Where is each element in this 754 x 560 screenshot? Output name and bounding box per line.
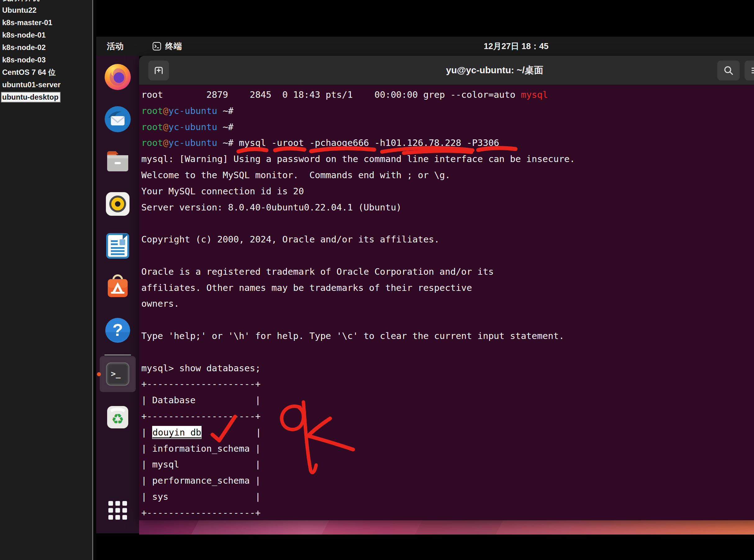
terminal-line: mysql> show databases; (141, 360, 754, 377)
firefox-icon (103, 62, 133, 92)
terminal-line: affiliates. Other names may be trademark… (141, 280, 754, 296)
terminal-line: | sys | (141, 489, 754, 505)
terminal-text: +--------------------+ (141, 411, 261, 422)
vm-list-item[interactable]: ubuntu-desktop (0, 91, 92, 103)
terminal-text: @ (163, 122, 168, 132)
clock[interactable]: 12月27日 18：45 (484, 37, 549, 56)
hamburger-menu-icon (750, 64, 754, 77)
vm-list-item[interactable]: ubuntu01-server (0, 79, 92, 91)
terminal-line: mysql: [Warning] Using a password on the… (141, 151, 754, 167)
selected-text: douyin_db (152, 426, 201, 439)
search-button[interactable] (717, 61, 740, 80)
files-icon (103, 146, 133, 176)
terminal-text: mysql: [Warning] Using a password on the… (141, 154, 575, 164)
terminal-icon: >_ (103, 359, 133, 389)
terminal-line: +--------------------+ (141, 408, 754, 425)
terminal-text: yc-ubuntu (168, 105, 217, 116)
running-indicator-dot (97, 372, 101, 376)
firefox-dock-button[interactable] (103, 62, 133, 92)
terminal-text: Server version: 8.0.40-0ubuntu0.22.04.1 … (141, 202, 401, 213)
terminal-text: root (141, 122, 163, 132)
terminal-text: yc-ubuntu (168, 138, 217, 148)
terminal-text: yc-ubuntu (168, 122, 217, 132)
terminal-line (141, 248, 754, 264)
panel-gap (93, 0, 96, 560)
terminal-line: +--------------------+ (141, 376, 754, 392)
vm-list-item[interactable]: 我的计算机 (0, 0, 92, 4)
terminal-text: ~# (217, 138, 233, 148)
terminal-line (141, 344, 754, 360)
terminal-text: | mysql | (141, 459, 261, 470)
search-icon (722, 64, 735, 77)
terminal-text: | (201, 427, 261, 438)
terminal-text: @ (163, 105, 168, 116)
terminal-dock-button[interactable]: >_ (103, 359, 133, 389)
terminal-text: mysql> show databases; (141, 363, 261, 374)
svg-text:♻: ♻ (111, 411, 124, 427)
desktop-wallpaper (139, 520, 754, 535)
terminal-text: ~# (217, 122, 233, 132)
terminal-line: Type 'help;' or '\h' for help. Type '\c'… (141, 328, 754, 344)
trash-icon: ♻ (103, 402, 133, 432)
terminal-header-bar[interactable]: yu@yc-ubuntu: ~/桌面 (139, 56, 754, 85)
terminal-line: | Database | (141, 392, 754, 408)
terminal-line: +--------------------+ (141, 505, 754, 520)
terminal-title: yu@yc-ubuntu: ~/桌面 (139, 56, 754, 84)
terminal-line: root@yc-ubuntu ~# (141, 103, 754, 119)
vm-list-item[interactable]: Ubuntu22 (0, 4, 92, 17)
terminal-line: | performance_schema | (141, 473, 754, 489)
files-dock-button[interactable] (103, 146, 133, 176)
activities-button[interactable]: 活动 (107, 37, 124, 56)
gnome-top-bar: 活动 终端 12月27日 18：45 (96, 37, 754, 56)
trash-dock-button[interactable]: ♻ (103, 402, 133, 432)
terminal-text: root 2879 2845 0 18:43 pts/1 00:00:00 gr… (141, 89, 521, 100)
terminal-text: | information_schema | (141, 443, 261, 454)
help-icon: ? (103, 315, 133, 345)
terminal-line (141, 216, 754, 232)
rhythmbox-dock-button[interactable] (103, 189, 133, 219)
vm-list-item[interactable]: k8s-node-01 (0, 29, 92, 41)
terminal-text: Welcome to the MySQL monitor. Commands e… (141, 170, 450, 180)
terminal-text: Your MySQL connection id is 20 (141, 186, 304, 197)
terminal-text: ~# (217, 105, 233, 116)
svg-text:?: ? (113, 320, 123, 340)
terminal-line: Welcome to the MySQL monitor. Commands e… (141, 167, 754, 183)
terminal-line: Server version: 8.0.40-0ubuntu0.22.04.1 … (141, 200, 754, 216)
libreoffice-writer-icon (103, 231, 133, 261)
terminal-text: @ (163, 138, 168, 148)
terminal-text: +--------------------+ (141, 379, 261, 389)
terminal-window: yu@yc-ubuntu: ~/桌面 root 2879 2845 0 18:4… (139, 56, 754, 520)
ubuntu-software-dock-button[interactable] (103, 272, 133, 302)
terminal-text: +--------------------+ (141, 507, 261, 518)
terminal-line: Copyright (c) 2000, 2024, Oracle and/or … (141, 232, 754, 248)
libreoffice-writer-dock-button[interactable] (103, 231, 133, 261)
menu-button[interactable] (745, 61, 754, 80)
terminal-text: root (141, 105, 163, 116)
vm-list-item[interactable]: k8s-node-02 (0, 41, 92, 54)
terminal-output[interactable]: root 2879 2845 0 18:43 pts/1 00:00:00 gr… (139, 84, 754, 520)
app-grid-dock-button[interactable] (105, 498, 130, 523)
terminal-text: Type 'help;' or '\h' for help. Type '\c'… (141, 331, 564, 341)
dock-separator (104, 355, 131, 356)
terminal-line: Your MySQL connection id is 20 (141, 183, 754, 200)
help-dock-button[interactable]: ? (103, 315, 133, 345)
thunderbird-dock-button[interactable] (103, 104, 133, 134)
vm-list-item[interactable]: k8s-node-03 (0, 54, 92, 66)
vm-list-item[interactable]: k8s-master-01 (0, 17, 92, 29)
vm-list-item[interactable]: CentOS 7 64 位 (0, 66, 92, 79)
terminal-line: root@yc-ubuntu ~# mysql -uroot -pchaoge6… (141, 135, 754, 151)
dock: ?>_♻ (96, 56, 139, 533)
rhythmbox-icon (103, 189, 133, 219)
svg-text:>_: >_ (111, 369, 121, 378)
terminal-line: | mysql | (141, 457, 754, 473)
terminal-text: mysql (521, 89, 548, 100)
app-indicator[interactable]: 终端 (153, 37, 182, 56)
terminal-text: | Database | (141, 395, 261, 405)
wallpaper-facet (191, 520, 329, 535)
terminal-line: Oracle is a registered trademark of Orac… (141, 264, 754, 280)
app-indicator-label: 终端 (165, 41, 182, 52)
ubuntu-software-icon (103, 272, 133, 302)
vm-list: 我的计算机Ubuntu22k8s-master-01k8s-node-01k8s… (0, 0, 92, 103)
terminal-line: root 2879 2845 0 18:43 pts/1 00:00:00 gr… (141, 87, 754, 103)
terminal-line: owners. (141, 296, 754, 312)
